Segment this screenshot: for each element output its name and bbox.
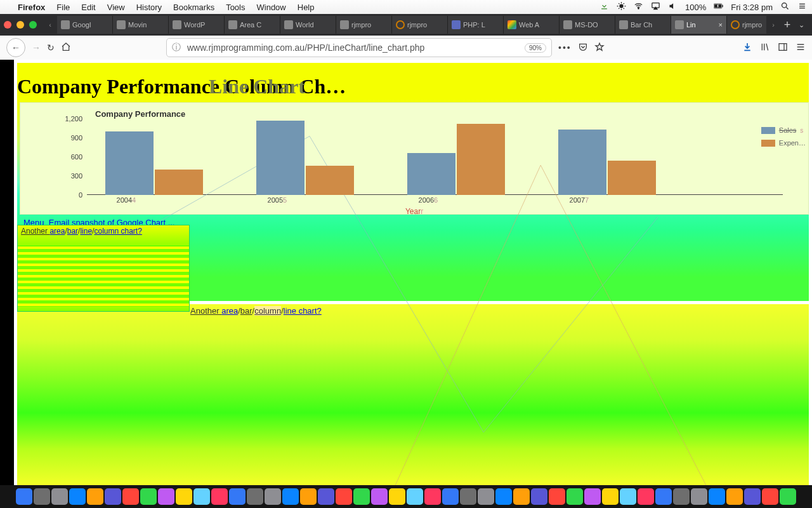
spotlight-icon[interactable]	[780, 1, 790, 13]
dock-app-40[interactable]	[726, 488, 743, 505]
tab-9[interactable]: MS-DO	[560, 16, 615, 34]
dock-app-31[interactable]	[566, 488, 583, 505]
site-info-icon[interactable]: ⓘ	[172, 42, 181, 53]
line-link-2[interactable]: line chart?	[284, 306, 322, 316]
dock-app-15[interactable]	[282, 488, 299, 505]
dock-app-22[interactable]	[407, 488, 423, 505]
minimize-window-icon[interactable]	[16, 21, 24, 29]
dock-app-39[interactable]	[709, 488, 725, 505]
dock-app-28[interactable]	[513, 488, 530, 505]
wifi-icon[interactable]	[634, 1, 643, 13]
menu-list-icon[interactable]	[797, 1, 807, 13]
app-name[interactable]: Firefox	[18, 3, 45, 12]
tab-8[interactable]: Web A	[504, 16, 560, 34]
tab-12[interactable]: rjmpro	[727, 16, 766, 34]
bar-expenses-2006[interactable]	[457, 124, 505, 195]
menu-window[interactable]: Window	[257, 3, 286, 12]
dock-app-20[interactable]	[371, 488, 388, 505]
back-button[interactable]: ←	[6, 38, 25, 57]
bar-expenses-2005[interactable]	[306, 166, 354, 195]
dock-app-30[interactable]	[549, 488, 565, 505]
menu-bookmarks[interactable]: Bookmarks	[173, 3, 214, 12]
tab-2[interactable]: WordP	[169, 16, 225, 34]
column-link-2[interactable]: column	[254, 306, 281, 316]
dock-app-41[interactable]	[744, 488, 761, 505]
dock-app-21[interactable]	[389, 488, 405, 505]
menu-history[interactable]: History	[136, 3, 162, 12]
download-icon[interactable]	[599, 1, 609, 13]
dock-app-1[interactable]	[34, 488, 50, 505]
dock-app-16[interactable]	[300, 488, 317, 505]
dock-app-3[interactable]	[69, 488, 86, 505]
dock-app-14[interactable]	[265, 488, 281, 505]
dock-app-2[interactable]	[51, 488, 68, 505]
bar-sales-2004[interactable]	[105, 131, 154, 195]
menu-view[interactable]: View	[107, 3, 125, 12]
new-tab-button[interactable]: +	[780, 18, 794, 32]
bar-sales-2005[interactable]	[256, 121, 304, 195]
tab-scroll-right-icon[interactable]: ›	[766, 18, 780, 32]
line-link[interactable]: line	[80, 227, 92, 236]
library-icon[interactable]	[760, 42, 770, 54]
dock-app-8[interactable]	[158, 488, 174, 505]
close-window-icon[interactable]	[4, 21, 11, 29]
dock-app-42[interactable]	[762, 488, 778, 505]
dock-app-13[interactable]	[247, 488, 263, 505]
bookmark-star-icon[interactable]	[594, 42, 605, 54]
dock-app-34[interactable]	[620, 488, 636, 505]
tab-10[interactable]: Bar Ch	[615, 16, 671, 34]
address-bar[interactable]: ⓘ www.rjmprogramming.com.au/PHP/LineChar…	[166, 38, 552, 57]
dock-app-32[interactable]	[584, 488, 601, 505]
sidebar-icon[interactable]	[778, 42, 788, 54]
dock-app-25[interactable]	[460, 488, 476, 505]
hamburger-menu-icon[interactable]	[796, 42, 806, 54]
dock-app-23[interactable]	[424, 488, 441, 505]
dock-app-6[interactable]	[122, 488, 139, 505]
menu-edit[interactable]: Edit	[81, 3, 95, 12]
bar-expenses-2007[interactable]	[608, 161, 656, 195]
tab-0[interactable]: Googl	[57, 16, 113, 34]
dock-app-24[interactable]	[442, 488, 459, 505]
tab-scroll-left-icon[interactable]: ‹	[43, 18, 57, 32]
dock-app-12[interactable]	[229, 488, 246, 505]
dock-app-9[interactable]	[176, 488, 192, 505]
dock-app-18[interactable]	[336, 488, 352, 505]
bar-expenses-2004[interactable]	[155, 170, 203, 195]
dock-app-36[interactable]	[655, 488, 672, 505]
pocket-icon[interactable]	[578, 42, 588, 54]
forward-button[interactable]: →	[32, 43, 41, 53]
clock[interactable]: Fri 3:28 pm	[731, 3, 773, 12]
home-button[interactable]	[61, 42, 71, 54]
tab-3[interactable]: Area C	[225, 16, 280, 34]
reload-button[interactable]: ↻	[47, 43, 55, 53]
dock-app-26[interactable]	[478, 488, 494, 505]
tab-4[interactable]: World	[280, 16, 336, 34]
airplay-icon[interactable]	[651, 1, 660, 13]
dock-app-38[interactable]	[691, 488, 707, 505]
dock-app-5[interactable]	[105, 488, 121, 505]
dock-app-0[interactable]	[16, 488, 32, 505]
menu-tools[interactable]: Tools	[226, 3, 245, 12]
menu-file[interactable]: File	[56, 3, 70, 12]
tab-1[interactable]: Movin	[113, 16, 169, 34]
zoom-badge[interactable]: 90%	[525, 43, 546, 53]
close-tab-icon[interactable]: ×	[719, 21, 723, 29]
bug-icon[interactable]	[617, 1, 626, 13]
tab-7[interactable]: PHP: L	[448, 16, 504, 34]
dock-app-27[interactable]	[495, 488, 512, 505]
tab-6[interactable]: rjmpro	[392, 16, 448, 34]
downloads-icon[interactable]	[742, 42, 752, 54]
dock-app-17[interactable]	[318, 488, 334, 505]
dock-app-35[interactable]	[638, 488, 654, 505]
bar-link-2[interactable]: bar	[240, 306, 252, 316]
dock-app-19[interactable]	[353, 488, 370, 505]
dock-app-11[interactable]	[211, 488, 228, 505]
tabs-dropdown-icon[interactable]: ⌄	[794, 18, 808, 32]
dock-app-33[interactable]	[602, 488, 619, 505]
dock-app-29[interactable]	[531, 488, 547, 505]
area-link-2[interactable]: area	[221, 306, 238, 316]
page-actions-icon[interactable]: •••	[558, 43, 572, 53]
volume-icon[interactable]	[668, 1, 678, 13]
dock-app-7[interactable]	[140, 488, 157, 505]
menu-help[interactable]: Help	[298, 3, 315, 12]
